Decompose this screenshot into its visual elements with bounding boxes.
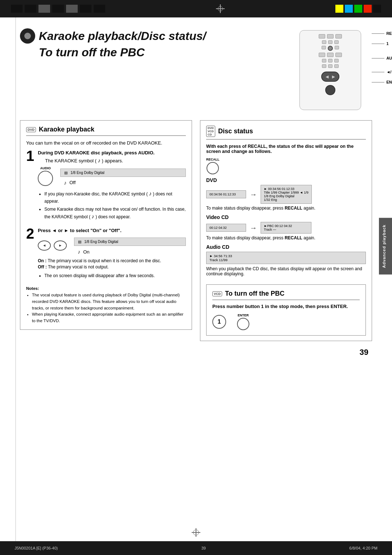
karaoke-intro: You can turn the vocal on or off recorde… — [26, 140, 186, 146]
videocd-label: Video CD — [206, 214, 366, 220]
recall-button-group: RECALL — [206, 158, 220, 174]
dvd-screens: 00:34:56 01:12:33 → ► 00:34:56 01:12:33 … — [206, 185, 366, 204]
vcd-arrow: → — [250, 224, 257, 232]
step2-number: 2 — [26, 226, 34, 281]
vcd-recall-note: To make status display disappear, press … — [206, 235, 366, 240]
step2: 2 Press ◄ or ► to select "On" or "Off". … — [26, 228, 186, 281]
dvd-screen-left-line1: 00:34:56 01:12:33 — [209, 193, 243, 196]
dvd-arrow: → — [250, 190, 257, 199]
music-note-icon2: ♪ — [78, 249, 80, 255]
step1-sub: The KARAOKE symbol ( ♪ ) appears. — [38, 157, 186, 163]
step1-content: During DVD KARAOKE disc playback, press … — [38, 150, 186, 223]
page-number: 39 — [20, 348, 372, 357]
screen2-text: 1/8 Eng Dolby Digital — [84, 240, 118, 244]
disc-status-icon: DVDVCDCD — [206, 126, 215, 137]
karaoke-section-icon: DVD — [26, 127, 36, 132]
num1-label: 1 — [218, 319, 221, 325]
bullet-item: If you play non-Karaoke disc, the KARAOK… — [44, 190, 186, 204]
dvd-screen-right: ► 00:34:56 01:12:33 Title 1/99 Chapter 1… — [261, 185, 312, 204]
vcd-right-line1: ►PBC 00:12 04:32 — [264, 224, 308, 228]
audio-btn-label: AUDIO — [40, 166, 51, 170]
screen-icon: ▤ — [64, 171, 68, 175]
note-item: The vocal output feature is used during … — [32, 292, 186, 311]
karaoke-section: DVD Karaoke playback You can turn the vo… — [20, 120, 192, 330]
disc-status-title: Disc status — [218, 127, 253, 135]
left-btn-illus: ◄ — [38, 240, 51, 251]
disc-status-intro: With each press of RECALL, the status of… — [206, 144, 366, 154]
acd-note: When you playback the CD disc, the statu… — [206, 266, 366, 276]
pbc-title: To turn off the PBC — [225, 290, 285, 297]
top-crosshair-icon — [216, 4, 225, 13]
title-line2: To turn off the PBC — [39, 46, 145, 59]
audiocd-label: Audio CD — [206, 244, 366, 250]
step2-bullets: The on screen display will disappear aft… — [38, 272, 186, 279]
remote-direction-label: ◄/► — [386, 70, 392, 74]
off-desc: The primary vocal is not output. — [48, 264, 109, 270]
step1-instruction: During DVD KARAOKE disc playback, press … — [38, 150, 155, 155]
on-description: On : The primary vocal is output when it… — [38, 258, 186, 263]
on-label: On : — [38, 258, 46, 263]
screen-icon2: ▤ — [78, 240, 81, 244]
remote-recall-label: RECALL — [386, 31, 392, 36]
note-item: When playing Karaoke, connect appropriat… — [32, 311, 186, 324]
screen2: ▤ 1/8 Eng Dolby Digital — [74, 238, 186, 246]
karaoke-section-title: Karaoke playback — [39, 126, 94, 133]
enter-button-illus — [237, 318, 249, 330]
screen1: ▤ 1/8 Eng Dolby Digital — [60, 169, 186, 177]
music-note-area: ♪ Off — [60, 180, 186, 186]
dvd-recall-note: To make status display disappear, press … — [206, 206, 366, 211]
enter-btn-label: ENTER — [238, 313, 249, 317]
right-btn-illus: ► — [54, 240, 67, 251]
screen2-text2: On — [83, 249, 89, 255]
music-note-icon: ♪ — [64, 180, 66, 186]
remote-diagram: ◄ ► RECALL 1 — [299, 30, 372, 110]
disc-status-header: DVDVCDCD Disc status — [206, 126, 366, 139]
title-line1: Karaoke playback/Disc status/ — [39, 29, 206, 43]
step1-illustration: AUDIO ▤ 1/8 Eng Dolby Digital ♪ Off — [38, 166, 186, 186]
step1-bullets: If you play non-Karaoke disc, the KARAOK… — [38, 190, 186, 220]
left-margin-line — [15, 17, 16, 541]
remote-enter-label: ENTER — [386, 80, 392, 84]
on-note-area: ♪ On — [74, 249, 186, 255]
dvd-right-line2: Title 1/99 Chapter 1/999 ◄ 1/9 — [264, 191, 309, 194]
recall-button-area: RECALL — [206, 158, 366, 174]
remote-audio-label: AUDIO — [386, 56, 392, 60]
page-content: Karaoke playback/Disc status/ To turn of… — [0, 17, 392, 368]
disc-status-section: DVDVCDCD Disc status With each press of … — [200, 120, 372, 341]
karaoke-header: DVD Karaoke playback — [26, 126, 186, 136]
dvd-screen-left: 00:34:56 01:12:33 — [206, 190, 246, 198]
top-bar-pattern — [11, 5, 105, 13]
pbc-header: VCD To turn off the PBC — [212, 290, 360, 300]
top-bar — [0, 0, 392, 17]
bullet-item: Some Karaoke discs may not have the voca… — [44, 206, 186, 221]
bullet-item2: The on screen display will disappear aft… — [44, 272, 186, 279]
audio-button-illus — [38, 171, 53, 186]
disc-icon — [20, 28, 35, 44]
direction-buttons: ◄ ► — [38, 240, 67, 251]
main-columns: DVD Karaoke playback You can turn the vo… — [20, 120, 372, 341]
remote-image: ◄ ► RECALL 1 — [299, 30, 361, 110]
dvd-right-line1: ► 00:34:56 01:12:33 — [264, 187, 309, 191]
step1-number: 1 — [26, 149, 34, 223]
pbc-icon: VCD — [212, 291, 222, 296]
notes-list: The vocal output feature is used during … — [26, 292, 186, 324]
vcd-left-line1: 00:12 04:32 — [209, 226, 243, 230]
notes-title: Notes: — [26, 286, 186, 291]
screen1-text: 1/8 Eng Dolby Digital — [70, 171, 104, 175]
step2-instruction: Press ◄ or ► to select "On" or "Off". — [38, 228, 121, 233]
pbc-buttons: 1 ENTER — [212, 313, 360, 330]
pbc-section: VCD To turn off the PBC Press number but… — [206, 284, 366, 336]
vcd-right-line2: Track — — [264, 228, 308, 231]
recall-btn-label: RECALL — [206, 158, 220, 161]
vcd-screen-right: ►PBC 00:12 04:32 Track — — [261, 222, 311, 234]
dvd-right-line3: 1/8 Eng Dolby Digital — [264, 194, 309, 198]
recall-button-illus — [207, 162, 219, 174]
acd-screen: ► 34:56 71:33 Track 11/99 — [206, 252, 366, 264]
dvd-label: DVD — [206, 177, 366, 183]
screen1-text2: Off — [69, 180, 75, 185]
on-desc: The primary vocal is output when it is r… — [48, 258, 161, 263]
notes-section: Notes: The vocal output feature is used … — [26, 286, 186, 324]
num1-button-illus: 1 — [212, 315, 226, 329]
side-label: Advanced playback — [379, 218, 392, 275]
step2-screens: ▤ 1/8 Eng Dolby Digital ♪ On — [74, 236, 186, 255]
